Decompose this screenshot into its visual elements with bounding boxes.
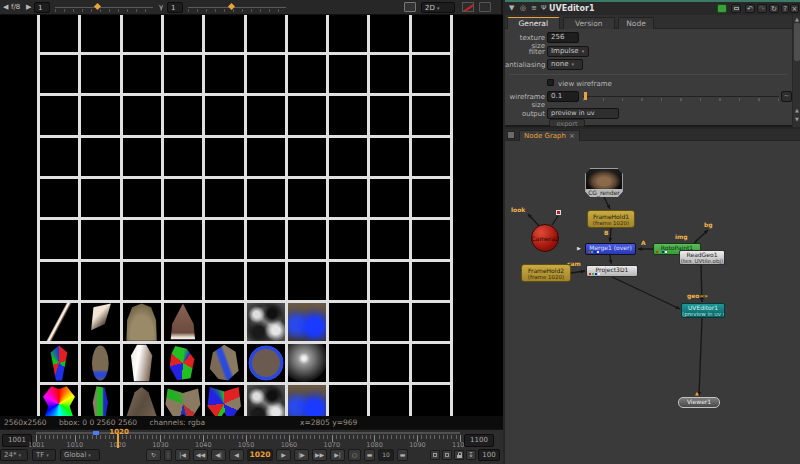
framehold2-node[interactable]: FrameHold2(frame 1020) [521, 264, 571, 282]
increment-forward-button[interactable]: ▬ [397, 449, 408, 461]
range-mode-dropdown[interactable]: Global▾ [60, 449, 100, 461]
redo-button[interactable]: ↷ [757, 4, 767, 13]
gain-value-field[interactable]: 1 [34, 2, 50, 13]
gain-stop-label: f/8 [11, 2, 20, 13]
next-keyframe-button[interactable]: ▶▶ [312, 449, 327, 461]
help-button[interactable]: ? [781, 4, 789, 13]
texture-size-field[interactable]: 256 [547, 32, 579, 43]
cg-render-node[interactable]: CG_render [585, 168, 623, 197]
proxy-toggle-icon[interactable] [462, 2, 474, 12]
scroll-up-icon[interactable]: ▲ [793, 107, 800, 113]
export-button[interactable]: export [549, 119, 585, 127]
tab-node-graph[interactable]: Node Graph× [519, 130, 580, 141]
channel-chip [597, 251, 599, 253]
step-forward-button[interactable]: |▶ [294, 449, 309, 461]
pane-menu-icon[interactable] [507, 131, 515, 139]
current-frame-field[interactable]: 1020 [247, 449, 273, 461]
bbox-readout: bbox: 0 0 2560 2560 [59, 418, 137, 427]
postage-stamp-toggle[interactable] [717, 4, 727, 13]
range-end-field[interactable]: 1100 [464, 434, 494, 447]
uveditor1-node[interactable]: UVEditor1(preview in uv space) [681, 303, 725, 318]
gamma-slider[interactable] [188, 7, 286, 8]
scrollbar-thumb[interactable] [794, 23, 800, 61]
uv-viewport[interactable] [0, 15, 503, 416]
wireframe-slider-thumb[interactable] [584, 92, 587, 100]
channel-chip [588, 251, 590, 253]
fullscreen-icon[interactable] [731, 4, 741, 13]
increment-back-button[interactable]: ▬ [364, 449, 375, 461]
readgeo1-node[interactable]: ReadGeo1(tex_UVtile.obj) [679, 250, 725, 265]
timeline-range-icon[interactable] [442, 450, 452, 460]
gamma-value-field[interactable]: 1 [167, 2, 183, 13]
view-wireframe-checkbox[interactable] [547, 79, 554, 86]
store-settings-icon[interactable]: ≡ [531, 3, 537, 14]
scroll-up-icon[interactable]: ▲ [793, 16, 800, 22]
loop-button[interactable]: ↻ [146, 449, 161, 461]
step-back-button[interactable]: ◀| [211, 449, 226, 461]
ruler-frame-label: 1050 [238, 441, 255, 449]
tab-node[interactable]: Node [618, 17, 654, 29]
center-node-icon[interactable]: ◎ [520, 3, 526, 14]
filter-dropdown[interactable]: Impulse▾ [547, 46, 589, 57]
properties-scrollbar[interactable]: ▲ ▲ ▼ [792, 15, 800, 127]
viewport-layout-icon[interactable] [404, 2, 416, 12]
import-range-icon[interactable]: ↧ [466, 450, 476, 460]
grid-line-horizontal [37, 382, 453, 385]
gain-next-button[interactable]: ▶ [26, 2, 31, 13]
frame-increment-field[interactable]: 10 [378, 449, 394, 461]
goto-start-button[interactable]: |◀ [175, 449, 190, 461]
properties-tabs: GeneralVersionNode [505, 15, 800, 29]
play-forward-button[interactable]: ▶ [276, 449, 291, 461]
merge1-node[interactable]: Merge1 (over) [585, 243, 636, 255]
goto-end-button[interactable]: ▶| [330, 449, 345, 461]
node-graph-canvas[interactable]: BAcamlookbgimggeo«»▲▶CG_renderFrameHold1… [505, 141, 800, 464]
fps-dropdown[interactable]: 24*▾ [0, 449, 28, 461]
framehold1-node[interactable]: FrameHold1(frame 1020) [587, 210, 635, 228]
wireframe-size-field[interactable]: 0.1 [547, 91, 579, 102]
timeline-ruler[interactable]: 1001101010201030104010501060107010801090… [36, 435, 460, 448]
scroll-down-icon[interactable]: ▼ [793, 116, 800, 122]
viewer1-node[interactable]: Viewer1 [678, 397, 720, 408]
playhead-marker[interactable] [117, 434, 119, 448]
timeline-bar: 1001 10011010102010301040105010601070108… [0, 429, 503, 464]
close-icon[interactable]: × [569, 132, 575, 140]
udim-tile-texture-rgbblob [164, 344, 202, 382]
close-panel-button[interactable]: × [790, 4, 799, 13]
wireframe-size-slider[interactable] [583, 96, 779, 97]
tab-general[interactable]: General [507, 17, 560, 29]
gamma-slider-ticks [188, 9, 286, 12]
gain-slider[interactable] [55, 7, 153, 8]
antialiasing-value: none [551, 60, 568, 68]
grid-line-vertical [326, 15, 329, 416]
node-name-field[interactable]: UVEditor1 [549, 3, 594, 14]
view-mode-value: 2D [425, 4, 435, 12]
viewer-settings-icon[interactable] [479, 2, 491, 12]
frame-display-mode-dropdown[interactable]: TF▾ [32, 449, 56, 461]
prev-keyframe-button[interactable]: ◀◀ [193, 449, 208, 461]
udim-tile-texture-patch [81, 303, 119, 341]
output-dropdown[interactable]: preview in uv space▾ [547, 108, 619, 119]
udim-tile-texture-cloak [123, 385, 161, 416]
gain-prev-button[interactable]: ◀ [3, 2, 8, 13]
filter-value: Impulse [551, 47, 579, 55]
stop-button[interactable]: ○ [348, 449, 361, 461]
channel-chip [598, 273, 600, 275]
project3d1-node[interactable]: Project3D1 [586, 265, 638, 277]
node-tree-icon[interactable]: Ψ [541, 3, 547, 14]
playback-speed-field[interactable]: 100 [478, 449, 500, 461]
node-graph-panel: Node Graph× BAcamlookbgimggeo«»▲▶CG_rend… [505, 129, 800, 464]
undo-button[interactable]: ↶ [745, 4, 755, 13]
animation-curve-icon[interactable]: ~ [781, 91, 792, 102]
revert-button[interactable]: ↻ [769, 4, 779, 13]
camera2-node[interactable]: Camera2 [531, 224, 559, 252]
ruler-frame-label: 1080 [366, 441, 383, 449]
play-backward-button[interactable]: ◀ [229, 449, 244, 461]
panel-menu-icon[interactable]: ▼ [509, 3, 514, 14]
antialiasing-dropdown[interactable]: none▾ [547, 59, 583, 70]
lock-range-icon[interactable] [454, 450, 464, 460]
view-wireframe-label: view wireframe [558, 80, 628, 88]
timeline-view-icon[interactable] [430, 450, 440, 460]
bounce-button[interactable]: ⋮ [164, 449, 172, 461]
tab-version[interactable]: Version [563, 17, 616, 29]
view-mode-dropdown[interactable]: 2D ▾ [421, 2, 455, 13]
